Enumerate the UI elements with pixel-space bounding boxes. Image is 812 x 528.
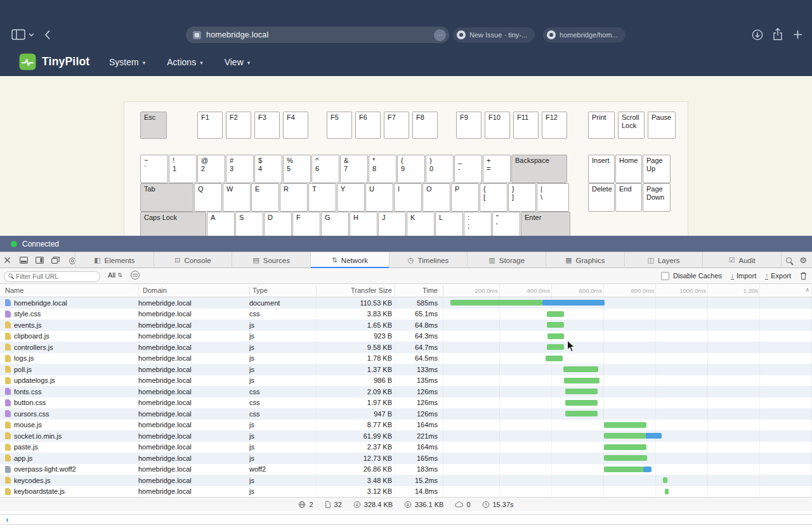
key-backquote[interactable]: ~` <box>140 155 168 183</box>
key-f7[interactable]: F7 <box>384 112 409 139</box>
key-d[interactable]: D <box>264 212 292 236</box>
key-insert[interactable]: Insert <box>588 155 615 183</box>
column-time[interactable]: Time <box>396 287 443 294</box>
background-tab[interactable]: New Issue · tiny-... <box>453 27 535 42</box>
table-row[interactable]: updatelogs.jshomebridge.localjs986 B135m… <box>0 375 812 387</box>
key-esc[interactable]: Esc <box>140 112 167 139</box>
key-g[interactable]: G <box>321 212 349 236</box>
table-row[interactable]: button.csshomebridge.localcss1.97 KB126m… <box>0 397 812 409</box>
key-2[interactable]: @2 <box>197 155 225 183</box>
console-prompt-strip[interactable]: › <box>0 514 812 525</box>
key-page-up[interactable]: Page Up <box>643 155 671 183</box>
key-backspace[interactable]: Backspace <box>511 155 567 183</box>
table-row[interactable]: keycodes.jshomebridge.localjs3.48 KB15.2… <box>0 475 812 486</box>
key-1[interactable]: !1 <box>169 155 197 183</box>
key-0[interactable]: )0 <box>426 155 454 183</box>
key-f6[interactable]: F6 <box>355 112 381 139</box>
close-inspector-button[interactable] <box>4 257 14 264</box>
key-tab[interactable]: Tab <box>140 183 193 212</box>
new-tab-button[interactable] <box>793 30 802 39</box>
key-u[interactable]: U <box>365 183 393 212</box>
gear-icon[interactable]: ⚙ <box>799 255 807 265</box>
key-quote[interactable]: "' <box>492 212 520 236</box>
key-5[interactable]: %5 <box>283 155 311 183</box>
resource-type-dropdown[interactable]: All ⇅ <box>108 271 122 279</box>
table-row[interactable]: controllers.jshomebridge.localjs9.58 KB6… <box>0 342 812 353</box>
key-y[interactable]: Y <box>337 183 365 212</box>
column-transfer-size[interactable]: Transfer Size <box>317 287 392 294</box>
key-8[interactable]: *8 <box>369 155 396 183</box>
key-r[interactable]: R <box>280 183 308 212</box>
column-name[interactable]: Name <box>5 287 23 294</box>
key-bracket-left[interactable]: {[ <box>480 183 508 212</box>
import-button[interactable]: ↓ Import <box>731 272 756 280</box>
key-w[interactable]: W <box>223 183 251 212</box>
tab-audit[interactable]: ☑Audit <box>702 252 782 268</box>
key-4[interactable]: $4 <box>254 155 282 183</box>
table-row[interactable]: cursors.csshomebridge.localcss947 B126ms <box>0 408 812 420</box>
tinypilot-logo[interactable]: TinyPilot <box>19 53 89 70</box>
key-o[interactable]: O <box>422 183 450 212</box>
key-f4[interactable]: F4 <box>283 112 308 139</box>
table-row[interactable]: clipboard.jshomebridge.localjs923 B64.3m… <box>0 331 812 342</box>
menu-view[interactable]: View▾ <box>225 57 251 67</box>
export-button[interactable]: ↑ Export <box>765 272 791 280</box>
filter-input[interactable] <box>4 271 100 282</box>
key-3[interactable]: #3 <box>226 155 254 183</box>
key-s[interactable]: S <box>235 212 263 236</box>
key-print[interactable]: Print <box>588 112 615 139</box>
table-row[interactable]: app.jshomebridge.localjs12.73 KB165ms <box>0 453 812 464</box>
key-f8[interactable]: F8 <box>412 112 438 139</box>
table-row[interactable]: keyboardstate.jshomebridge.localjs3.12 K… <box>0 486 812 498</box>
key-minus[interactable]: _- <box>454 155 482 183</box>
key-f3[interactable]: F3 <box>254 112 280 139</box>
back-button[interactable] <box>44 30 51 40</box>
tab-elements[interactable]: ◧Elements <box>75 252 154 268</box>
key-e[interactable]: E <box>251 183 279 212</box>
table-row[interactable]: poll.jshomebridge.localjs1.37 KB133ms <box>0 364 812 375</box>
key-f11[interactable]: F11 <box>513 112 539 139</box>
key-q[interactable]: Q <box>194 183 222 212</box>
table-row[interactable]: mouse.jshomebridge.localjs8.77 KB164ms <box>0 420 812 431</box>
table-row[interactable]: paste.jshomebridge.localjs2.37 KB164ms <box>0 442 812 453</box>
menu-actions[interactable]: Actions▾ <box>167 57 202 67</box>
share-button[interactable] <box>773 28 783 41</box>
column-type[interactable]: Type <box>252 287 268 294</box>
separate-window-button[interactable] <box>51 257 62 264</box>
key-k[interactable]: K <box>407 212 435 236</box>
key-h[interactable]: H <box>350 212 377 236</box>
key-j[interactable]: J <box>378 212 406 236</box>
column-domain[interactable]: Domain <box>143 287 167 294</box>
tab-network[interactable]: ⇅Network <box>310 252 389 268</box>
key-f1[interactable]: F1 <box>197 112 223 139</box>
key-bracket-right[interactable]: }] <box>508 183 536 212</box>
tab-sources[interactable]: ▤Sources <box>232 252 310 268</box>
dock-bottom-button[interactable] <box>20 257 30 264</box>
tab-timelines[interactable]: ◷Timelines <box>389 252 468 268</box>
disable-caches-label[interactable]: Disable Caches <box>673 272 722 280</box>
tab-storage[interactable]: ▥Storage <box>467 252 546 268</box>
key-pause[interactable]: Pause <box>648 112 676 139</box>
menu-system[interactable]: System▾ <box>109 57 145 67</box>
disable-caches-checkbox[interactable] <box>661 272 669 280</box>
table-row[interactable]: fonts.csshomebridge.localcss2.09 KB126ms <box>0 386 812 397</box>
table-row[interactable]: logs.jshomebridge.localjs1.78 KB64.5ms <box>0 353 812 364</box>
table-row[interactable]: style.csshomebridge.localcss3.83 KB65.1m… <box>0 309 812 320</box>
key-f12[interactable]: F12 <box>542 112 567 139</box>
background-tab[interactable]: homebridge/hom... <box>543 27 625 42</box>
sidebar-toggle-icon[interactable] <box>11 29 25 40</box>
address-bar[interactable]: homebridge.local ··· <box>186 27 449 43</box>
key-f5[interactable]: F5 <box>327 112 352 139</box>
sidebar-chevron-down-icon[interactable] <box>29 33 34 37</box>
tab-graphics[interactable]: ▦Graphics <box>546 252 624 268</box>
filter-options-icon[interactable] <box>131 271 140 280</box>
scrollbar-up-icon[interactable]: ∧ <box>805 287 809 293</box>
key-f2[interactable]: F2 <box>226 112 251 139</box>
page-menu-button[interactable]: ··· <box>434 29 446 41</box>
key-7[interactable]: &7 <box>340 155 368 183</box>
key-i[interactable]: I <box>394 183 422 212</box>
key-f[interactable]: F <box>292 212 320 236</box>
key-semicolon[interactable]: :; <box>464 212 492 236</box>
table-row[interactable]: homebridge.localhomebridge.localdocument… <box>0 297 812 309</box>
key-equals[interactable]: += <box>483 155 511 183</box>
